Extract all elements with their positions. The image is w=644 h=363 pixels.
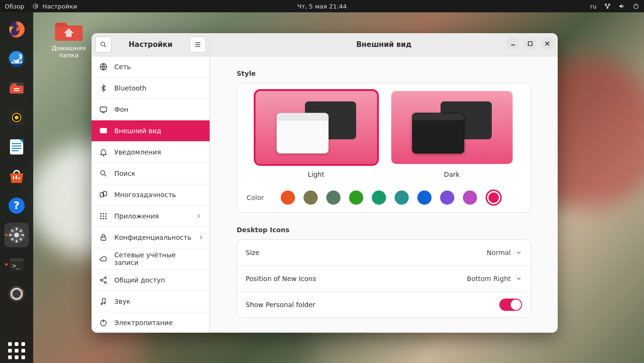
dock-thunderbird[interactable] — [4, 46, 29, 71]
accent-color-swatch[interactable] — [326, 191, 340, 205]
sidebar-item-label: Сеть — [114, 63, 131, 71]
sidebar-item-globe[interactable]: Сеть — [92, 56, 210, 77]
sidebar-item-power[interactable]: Электропитание — [92, 312, 210, 333]
svg-point-62 — [100, 216, 101, 217]
sidebar-item-label: Звук — [114, 298, 130, 305]
dock-settings[interactable] — [4, 223, 29, 247]
sidebar-item-sound[interactable]: Звук — [92, 290, 210, 312]
svg-rect-19 — [12, 143, 21, 144]
accent-color-swatch[interactable] — [486, 190, 502, 206]
svg-point-74 — [101, 303, 102, 305]
sidebar-item-multitask[interactable]: Многозадачность — [92, 184, 210, 205]
appearance-icon — [99, 127, 108, 135]
style-option-light[interactable]: Light — [256, 91, 377, 178]
dock-files[interactable] — [4, 76, 29, 100]
minimize-button[interactable] — [506, 37, 520, 50]
svg-point-44 — [101, 42, 105, 46]
dock-software-updater[interactable] — [4, 281, 29, 306]
sidebar-item-label: Электропитание — [114, 319, 173, 327]
sidebar-item-label: Конфиденциальность — [114, 234, 191, 241]
sidebar-item-bluetooth[interactable]: Bluetooth — [92, 77, 210, 99]
sidebar-item-appearance[interactable]: Внешний вид — [92, 120, 210, 141]
svg-rect-10 — [12, 83, 17, 86]
svg-rect-3 — [607, 7, 608, 9]
accent-color-swatch[interactable] — [463, 191, 477, 205]
accent-color-swatch[interactable] — [440, 191, 454, 205]
sound-icon — [99, 297, 108, 306]
top-bar: Обзор Настройки Чт, 5 мая 21:44 ru — [0, 0, 644, 12]
sidebar-item-search[interactable]: Поиск — [92, 163, 210, 184]
hamburger-icon — [194, 41, 202, 48]
style-option-dark[interactable]: Dark — [391, 91, 513, 178]
svg-point-65 — [100, 218, 101, 219]
style-section-label: Style — [237, 70, 531, 77]
dock-rhythmbox[interactable] — [4, 105, 29, 130]
settings-sidebar: Настройки Сеть Bluetooth Фон Внешний вид… — [92, 33, 210, 333]
close-button[interactable] — [541, 37, 554, 50]
style-card: Light Dark Color — [237, 83, 531, 213]
topbar-app-name: Настройки — [42, 3, 77, 10]
dock-terminal[interactable]: >_ — [4, 252, 29, 277]
svg-rect-39 — [9, 258, 24, 261]
sidebar-item-bell[interactable]: Уведомления — [92, 141, 210, 163]
dock-firefox[interactable] — [4, 17, 29, 42]
icon-size-value: Normal — [487, 249, 511, 256]
sidebar-item-label: Многозадачность — [114, 191, 176, 199]
style-name-label: Dark — [391, 171, 513, 178]
sidebar-item-apps[interactable]: Приложения — [92, 205, 210, 227]
power-icon — [99, 318, 108, 327]
svg-rect-23 — [13, 176, 14, 179]
activities-button[interactable]: Обзор — [5, 3, 24, 10]
chevron-down-icon — [515, 249, 522, 256]
sidebar-item-label: Сетевые учётные записи — [114, 251, 202, 266]
sidebar-item-label: Общий доступ — [114, 276, 165, 284]
sidebar-item-label: Поиск — [114, 170, 135, 177]
primary-menu-button[interactable] — [190, 36, 206, 53]
svg-point-63 — [103, 216, 104, 217]
icon-position-row[interactable]: Position of New Icons Bottom Right — [237, 265, 531, 291]
accent-color-swatch[interactable] — [372, 191, 386, 205]
sidebar-item-background[interactable]: Фон — [92, 99, 210, 120]
dock-help[interactable]: ? — [4, 193, 29, 218]
chevron-right-icon — [198, 234, 204, 241]
sidebar-item-share[interactable]: Общий доступ — [92, 269, 210, 290]
sidebar-item-label: Уведомления — [114, 148, 161, 156]
desktop-home-folder[interactable]: Домашняя папка — [47, 19, 90, 59]
dock-libreoffice-writer[interactable] — [4, 135, 29, 159]
sidebar-item-label: Bluetooth — [114, 84, 147, 92]
color-label: Color — [247, 194, 271, 201]
search-button[interactable] — [95, 36, 111, 53]
topbar-app[interactable]: Настройки — [33, 3, 77, 10]
accent-color-swatch[interactable] — [349, 191, 363, 205]
share-icon — [99, 276, 108, 284]
input-source-indicator[interactable]: ru — [590, 3, 597, 10]
svg-rect-20 — [12, 145, 21, 146]
volume-icon[interactable] — [618, 3, 625, 9]
accent-color-swatch[interactable] — [304, 191, 318, 205]
svg-point-0 — [36, 5, 37, 7]
desktop-icon-label-2: папка — [47, 52, 90, 59]
show-personal-folder-switch[interactable] — [499, 299, 522, 311]
sidebar-item-cloud[interactable]: Сетевые учётные записи — [92, 248, 210, 269]
icon-position-label: Position of New Icons — [246, 275, 316, 282]
maximize-button[interactable] — [524, 37, 537, 50]
svg-rect-13 — [14, 90, 19, 91]
power-icon[interactable] — [633, 3, 639, 9]
dock-ubuntu-software[interactable] — [4, 164, 29, 189]
svg-line-45 — [104, 45, 106, 47]
sidebar-item-lock[interactable]: Конфиденциальность — [92, 227, 210, 248]
accent-color-swatch[interactable] — [417, 191, 432, 205]
multitask-icon — [99, 191, 108, 199]
topbar-clock[interactable]: Чт, 5 мая 21:44 — [297, 3, 347, 10]
svg-point-29 — [14, 233, 19, 237]
icon-size-row[interactable]: Size Normal — [237, 240, 531, 265]
svg-rect-22 — [12, 150, 18, 151]
accent-color-swatch[interactable] — [395, 191, 409, 205]
svg-rect-1 — [605, 4, 607, 6]
network-icon[interactable] — [604, 3, 611, 9]
maximize-icon — [527, 41, 533, 46]
chevron-down-icon — [515, 275, 522, 282]
sidebar-header: Настройки — [92, 33, 210, 56]
accent-color-swatch[interactable] — [281, 191, 295, 205]
show-applications-button[interactable] — [4, 338, 29, 363]
